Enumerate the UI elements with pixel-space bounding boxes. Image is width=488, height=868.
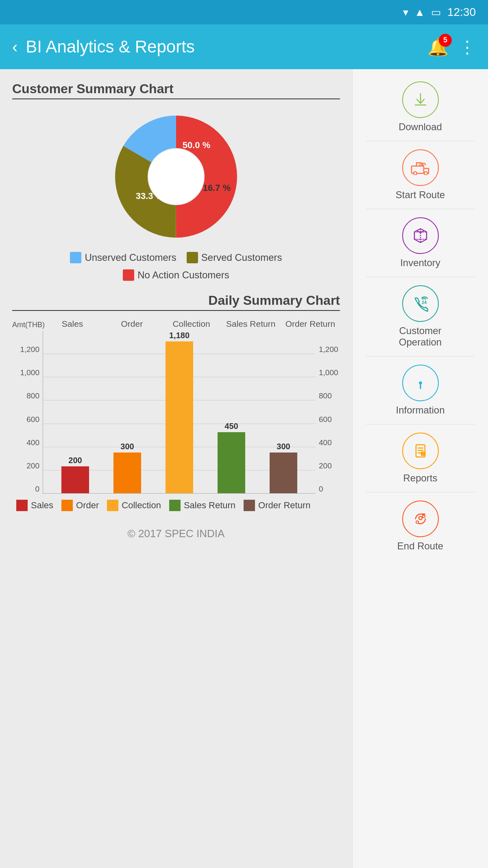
start-route-icon xyxy=(402,149,439,186)
svg-point-25 xyxy=(423,515,425,518)
bar-chart-area: 0 200 400 600 800 1,000 1,200 Amt(THB) xyxy=(12,331,340,494)
bar-order-value: 300 xyxy=(120,442,134,451)
sidebar-label-customer-operation: Customer Operation xyxy=(399,325,442,348)
y-right-800: 800 xyxy=(319,377,332,400)
bar-sales-return: 450 xyxy=(218,331,245,493)
cat-order-return: Order Return xyxy=(281,319,340,329)
left-content: Customer Summary Chart xyxy=(0,69,352,868)
bar-sales-return-value: 450 xyxy=(224,422,238,431)
bar-legend-color-sales xyxy=(16,500,28,511)
daily-title-row: Daily Summary Chart xyxy=(12,293,340,308)
customer-operation-icon: 24 xyxy=(402,285,439,322)
bar-sales: 200 xyxy=(61,331,89,493)
bar-legend-order-return: Order Return xyxy=(244,500,310,511)
bar-order: 300 xyxy=(113,331,141,493)
y-right-200: 200 xyxy=(319,447,332,470)
sidebar-divider-6 xyxy=(366,492,474,492)
bar-legend-label-sales-return: Sales Return xyxy=(184,500,235,511)
information-icon: i xyxy=(402,365,439,401)
status-bar: ▾ ▲ ▭ 12:30 xyxy=(0,0,488,24)
sidebar-divider-2 xyxy=(366,209,474,209)
notification-button[interactable]: 🔔 5 xyxy=(427,37,449,57)
bar-legend-label-collection: Collection xyxy=(122,500,161,511)
legend-color-served xyxy=(187,252,198,263)
svg-point-23 xyxy=(419,516,422,520)
app-bar-actions: 🔔 5 ⋮ xyxy=(427,37,476,57)
notification-badge: 5 xyxy=(439,34,452,47)
cat-collection: Collection xyxy=(161,319,221,329)
svg-text:33.3 %: 33.3 % xyxy=(136,191,164,201)
sidebar-item-reports[interactable]: Reports xyxy=(353,429,488,488)
bar-categories: Sales Order Collection Sales Return Orde… xyxy=(12,319,340,329)
y-right-600: 600 xyxy=(319,400,332,424)
sidebar-item-customer-operation[interactable]: 24 Customer Operation xyxy=(353,281,488,352)
y-axis-right: 0 200 400 600 800 1,000 1,200 xyxy=(316,331,340,494)
sidebar-item-download[interactable]: Download xyxy=(353,77,488,137)
inventory-icon xyxy=(402,217,439,254)
bar-order-return: 300 xyxy=(270,331,297,493)
daily-chart-title: Daily Summary Chart xyxy=(208,293,340,308)
bar-order-return-rect xyxy=(270,453,297,493)
legend-item-served: Served Customers xyxy=(187,252,282,263)
legend-label-noaction: No Action Customers xyxy=(137,269,229,281)
daily-chart-divider xyxy=(12,310,340,311)
customer-chart-title: Customer Summary Chart xyxy=(12,81,340,96)
legend-item-noaction: No Action Customers xyxy=(123,269,229,281)
legend-label-served: Served Customers xyxy=(201,252,282,263)
sidebar-label-end-route: End Route xyxy=(397,540,443,552)
sidebar-divider-4 xyxy=(366,356,474,356)
more-button[interactable]: ⋮ xyxy=(459,37,476,57)
bar-legend-label-order: Order xyxy=(76,500,99,511)
y-axis-label: Amt(THB) xyxy=(12,321,45,329)
legend-color-noaction xyxy=(123,269,134,281)
sidebar-item-end-route[interactable]: End Route xyxy=(353,496,488,556)
y-axis-left: 0 200 400 600 800 1,000 1,200 Amt(THB) xyxy=(12,331,43,494)
svg-point-10 xyxy=(424,172,427,175)
bar-legend-order: Order xyxy=(61,500,99,511)
signal-icon: ▲ xyxy=(414,6,425,19)
main-layout: Customer Summary Chart xyxy=(0,69,488,868)
status-time: 12:30 xyxy=(447,6,476,19)
y-right-0: 0 xyxy=(319,470,323,494)
bar-sales-return-rect xyxy=(218,432,245,493)
svg-point-24 xyxy=(416,521,418,523)
bar-order-return-value: 300 xyxy=(277,442,290,451)
bar-collection-rect xyxy=(166,341,193,493)
svg-text:16.7 %: 16.7 % xyxy=(203,183,231,193)
app-title: BI Analytics & Reports xyxy=(26,37,419,57)
cat-order: Order xyxy=(102,319,161,329)
bar-legend-color-collection xyxy=(107,500,118,511)
bars-area: 200 300 1,180 xyxy=(43,331,316,494)
bars-row: 200 300 1,180 xyxy=(43,331,316,493)
end-route-icon xyxy=(402,501,439,537)
right-sidebar: Download Start Route xyxy=(352,69,488,868)
battery-icon: ▭ xyxy=(431,6,441,19)
sidebar-item-information[interactable]: i Information xyxy=(353,361,488,420)
bar-sales-value: 200 xyxy=(68,456,82,465)
svg-text:24: 24 xyxy=(422,300,427,305)
y-label-400: 400 xyxy=(26,424,39,447)
sidebar-label-start-route: Start Route xyxy=(396,189,445,201)
y-label-1000: 1,000 xyxy=(20,354,39,377)
bar-legend-label-sales: Sales xyxy=(31,500,53,511)
y-label-0: 0 xyxy=(35,470,39,494)
donut-chart-svg: 50.0 % 33.3 % 16.7 % xyxy=(107,107,245,246)
cat-sales: Sales xyxy=(43,319,102,329)
app-bar: ‹ BI Analytics & Reports 🔔 5 ⋮ xyxy=(0,24,488,69)
bar-legend-color-order-return xyxy=(244,500,255,511)
bar-collection-value: 1,180 xyxy=(169,331,190,340)
sidebar-divider-5 xyxy=(366,424,474,424)
svg-text:50.0 %: 50.0 % xyxy=(183,140,211,150)
sidebar-label-reports: Reports xyxy=(403,472,437,484)
sidebar-label-download: Download xyxy=(399,121,442,133)
back-button[interactable]: ‹ xyxy=(12,38,17,56)
bar-legend-sales: Sales xyxy=(16,500,53,511)
sidebar-item-inventory[interactable]: Inventory xyxy=(353,213,488,273)
sidebar-label-information: Information xyxy=(396,404,444,416)
cat-sales-return: Sales Return xyxy=(221,319,281,329)
bar-legend-color-sales-return xyxy=(169,500,181,511)
sidebar-item-start-route[interactable]: Start Route xyxy=(353,145,488,205)
bar-legend-label-order-return: Order Return xyxy=(258,500,310,511)
customer-chart-section: Customer Summary Chart xyxy=(12,81,340,281)
sidebar-divider-3 xyxy=(366,277,474,277)
